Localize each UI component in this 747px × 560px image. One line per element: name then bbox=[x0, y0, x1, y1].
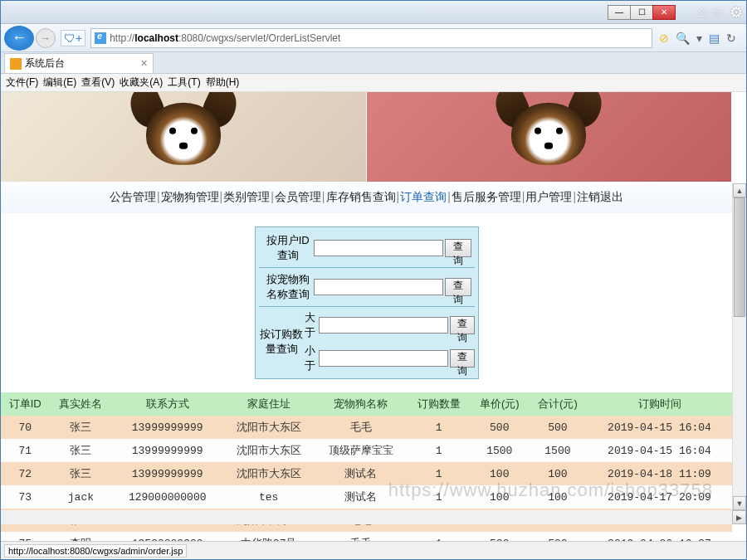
table-cell: 100 bbox=[529, 462, 587, 485]
close-button[interactable]: ✕ bbox=[652, 5, 676, 20]
scroll-right-button[interactable]: ▶ bbox=[732, 510, 746, 524]
table-header-cell: 单价(元) bbox=[471, 392, 529, 416]
content-area: 公告管理|宠物狗管理|类别管理|会员管理|库存销售查询|订单查询|售后服务管理|… bbox=[1, 92, 746, 543]
table-cell: 500 bbox=[471, 416, 529, 439]
table-cell: jack bbox=[49, 485, 112, 509]
nav-toolbar: ← → 🛡+ http://localhost:8080/cwgxs/servl… bbox=[1, 24, 746, 52]
table-header-cell: 订购数量 bbox=[408, 392, 471, 416]
tab-close-icon[interactable]: ✕ bbox=[140, 58, 148, 69]
home-icon[interactable]: ⌂ bbox=[697, 3, 706, 21]
table-header-cell: 订购时间 bbox=[587, 392, 732, 416]
table-cell: 1 bbox=[408, 485, 471, 509]
search-gt-button[interactable]: 查询 bbox=[450, 316, 475, 334]
nav-separator: | bbox=[522, 190, 525, 203]
table-row[interactable]: 72张三13999999999沈阳市大东区测试名11001002019-04-1… bbox=[1, 462, 732, 485]
table-header-cell: 宠物狗名称 bbox=[315, 392, 407, 416]
address-text: http://localhost:8080/cwgxs/servlet/Orde… bbox=[110, 32, 340, 44]
banner-image-left bbox=[1, 92, 367, 182]
table-cell: 沈阳市大东区 bbox=[222, 416, 315, 439]
vertical-scrollbar[interactable]: ▲ ▼ bbox=[732, 183, 746, 524]
search-lt-button[interactable]: 查询 bbox=[450, 349, 475, 368]
table-header-cell: 订单ID bbox=[1, 392, 49, 416]
nav-separator: | bbox=[397, 190, 400, 203]
table-cell: 70 bbox=[1, 416, 49, 439]
search-gt-input[interactable] bbox=[319, 317, 448, 334]
table-row[interactable]: 73jack129000000000tes测试名11001002019-04-1… bbox=[1, 485, 732, 509]
table-cell: 1 bbox=[408, 416, 471, 439]
compat-icon[interactable]: ⊘ bbox=[659, 32, 669, 45]
table-cell: 500 bbox=[529, 416, 587, 439]
scroll-down-button[interactable]: ▼ bbox=[733, 496, 746, 510]
search-petname-input[interactable] bbox=[314, 279, 443, 295]
nav-link-2[interactable]: 类别管理 bbox=[223, 190, 270, 203]
search-lt-input[interactable] bbox=[319, 350, 448, 367]
table-cell: 71 bbox=[1, 439, 49, 462]
table-cell: 129000000000 bbox=[112, 485, 222, 509]
table-cell: 张三 bbox=[49, 416, 112, 439]
search-user-button[interactable]: 查询 bbox=[445, 239, 471, 257]
table-cell: 张三 bbox=[49, 462, 112, 485]
menu-view[interactable]: 查看(V) bbox=[81, 75, 115, 90]
table-cell: 73 bbox=[1, 485, 49, 509]
browser-window: — ☐ ✕ ⌂ ☆ ⚙ ← → 🛡+ http://localhost:8080… bbox=[0, 0, 747, 560]
table-row[interactable]: 71张三13999999999沈阳市大东区顶级萨摩宝宝1150015002019… bbox=[1, 439, 732, 462]
horizontal-scrollbar[interactable]: ▶ bbox=[1, 510, 746, 524]
address-bar[interactable]: http://localhost:8080/cwgxs/servlet/Orde… bbox=[90, 28, 652, 48]
nav-link-0[interactable]: 公告管理 bbox=[110, 190, 156, 203]
tab-title: 系统后台 bbox=[25, 56, 65, 71]
table-cell: 1 bbox=[408, 462, 471, 485]
gear-icon[interactable]: ⚙ bbox=[730, 3, 743, 22]
page-icon[interactable]: ▤ bbox=[709, 32, 720, 45]
search-lt-label: 小于 bbox=[305, 343, 319, 373]
table-row[interactable]: 70张三13999999999沈阳市大东区毛毛15005002019-04-15… bbox=[1, 416, 732, 439]
table-cell: 2019-04-18 11:09 bbox=[587, 462, 732, 485]
table-cell: 2019-04-15 16:04 bbox=[587, 439, 732, 462]
search-petname-button[interactable]: 查询 bbox=[445, 278, 471, 296]
menu-file[interactable]: 文件(F) bbox=[6, 75, 38, 90]
nav-link-4[interactable]: 库存销售查询 bbox=[326, 190, 396, 203]
table-cell: 测试名 bbox=[315, 462, 407, 485]
search-icon[interactable]: 🔍 bbox=[676, 32, 690, 45]
minimize-button[interactable]: — bbox=[608, 5, 631, 20]
nav-link-5[interactable]: 订单查询 bbox=[400, 190, 447, 203]
nav-link-8[interactable]: 注销退出 bbox=[577, 190, 623, 203]
table-cell: tes bbox=[222, 485, 315, 509]
nav-link-1[interactable]: 宠物狗管理 bbox=[161, 190, 219, 203]
nav-link-6[interactable]: 售后服务管理 bbox=[452, 190, 521, 203]
menu-favorites[interactable]: 收藏夹(A) bbox=[120, 75, 163, 90]
status-bar: http://localhost:8080/cwgxs/admin/order.… bbox=[1, 541, 746, 559]
refresh-icon[interactable]: ↻ bbox=[726, 32, 736, 45]
maximize-button[interactable]: ☐ bbox=[630, 5, 653, 20]
toolbar-right: ⊘ 🔍 ▾ ▤ ↻ bbox=[652, 32, 743, 45]
back-button[interactable]: ← bbox=[4, 26, 34, 51]
nav-separator: | bbox=[271, 190, 274, 203]
table-cell: 1500 bbox=[471, 439, 529, 462]
table-header-cell: 合计(元) bbox=[529, 392, 587, 416]
menu-tools[interactable]: 工具(T) bbox=[168, 75, 200, 90]
nav-link-7[interactable]: 用户管理 bbox=[525, 190, 572, 203]
nav-separator: | bbox=[220, 190, 223, 203]
menu-help[interactable]: 帮助(H) bbox=[206, 75, 240, 90]
titlebar-extra-icons: ⌂ ☆ ⚙ bbox=[697, 3, 743, 22]
table-cell: 13999999999 bbox=[112, 439, 222, 462]
scroll-up-button[interactable]: ▲ bbox=[733, 183, 746, 197]
dropdown-icon[interactable]: ▾ bbox=[696, 32, 702, 45]
table-header-cell: 联系方式 bbox=[112, 392, 222, 416]
table-cell: 13999999999 bbox=[112, 416, 222, 439]
star-icon[interactable]: ☆ bbox=[711, 3, 725, 22]
table-header-row: 订单ID真实姓名联系方式家庭住址宠物狗名称订购数量单价(元)合计(元)订购时间 bbox=[1, 392, 732, 416]
search-petname-label: 按宠物狗名称查询 bbox=[262, 272, 314, 302]
browser-tab[interactable]: 系统后台 ✕ bbox=[4, 53, 154, 73]
forward-button[interactable]: → bbox=[36, 28, 56, 48]
nav-link-3[interactable]: 会员管理 bbox=[275, 190, 321, 203]
security-shield-icon[interactable]: 🛡+ bbox=[61, 30, 85, 46]
status-url: http://localhost:8080/cwgxs/admin/order.… bbox=[4, 544, 187, 558]
nav-separator: | bbox=[322, 190, 325, 203]
scroll-thumb[interactable] bbox=[734, 197, 745, 317]
menu-edit[interactable]: 编辑(E) bbox=[43, 75, 76, 90]
table-cell: 毛毛 bbox=[315, 416, 407, 439]
table-cell: 2019-04-15 16:04 bbox=[587, 416, 732, 439]
table-header-cell: 家庭住址 bbox=[222, 392, 315, 416]
ie-icon bbox=[95, 32, 106, 44]
search-user-input[interactable] bbox=[314, 240, 443, 256]
